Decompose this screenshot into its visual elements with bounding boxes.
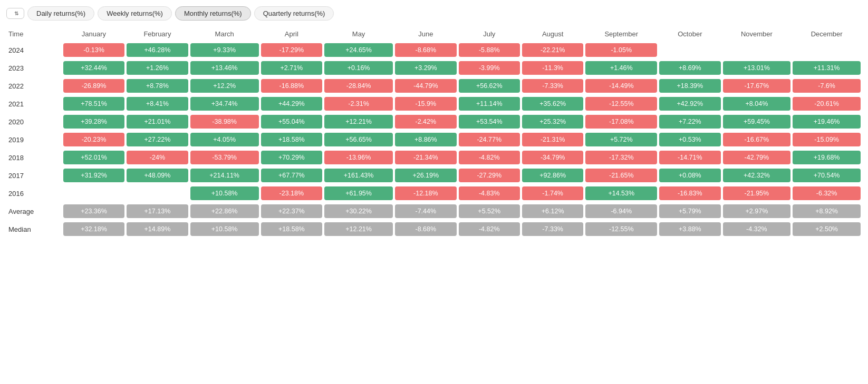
table-cell: -22.21% — [521, 41, 584, 59]
table-cell: +2.50% — [792, 220, 862, 238]
row-year-label: 2019 — [6, 131, 62, 149]
table-cell: -15.9% — [394, 95, 457, 113]
table-cell: -28.84% — [323, 77, 394, 95]
table-cell: +14.89% — [126, 220, 189, 238]
table-cell — [792, 41, 862, 59]
table-cell: -1.05% — [584, 41, 658, 59]
table-cell: +46.28% — [126, 41, 189, 59]
table-cell: -7.33% — [521, 220, 584, 238]
table-cell: +18.39% — [658, 77, 721, 95]
col-header-april: April — [260, 27, 323, 41]
col-header-time: Time — [6, 27, 62, 41]
tab-daily-returns---[interactable]: Daily returns(%) — [27, 6, 94, 21]
table-cell: -12.55% — [584, 220, 658, 238]
table-cell: +3.29% — [394, 59, 457, 77]
table-cell: +34.74% — [189, 95, 260, 113]
tab-monthly-returns---[interactable]: Monthly returns(%) — [175, 6, 251, 21]
table-cell: -14.49% — [584, 77, 658, 95]
col-header-january: January — [62, 27, 126, 41]
table-cell: +22.37% — [260, 202, 323, 220]
table-cell: +55.04% — [260, 113, 323, 131]
table-cell: +1.26% — [126, 59, 189, 77]
table-cell: +12.21% — [323, 220, 394, 238]
table-cell: +61.95% — [323, 184, 394, 202]
table-cell: -21.95% — [722, 184, 792, 202]
table-cell: +78.51% — [62, 95, 126, 113]
table-cell: +70.29% — [260, 149, 323, 166]
table-cell: -3.99% — [458, 59, 521, 77]
returns-table: TimeJanuaryFebruaryMarchAprilMayJuneJuly… — [6, 27, 862, 238]
table-cell: +8.69% — [658, 59, 721, 77]
table-cell: -20.23% — [62, 131, 126, 149]
table-cell: +8.86% — [394, 131, 457, 149]
table-cell: +1.46% — [584, 59, 658, 77]
col-header-december: December — [792, 27, 862, 41]
table-cell: -16.67% — [722, 131, 792, 149]
table-cell — [722, 41, 792, 59]
table-cell: +27.22% — [126, 131, 189, 149]
table-cell: -44.79% — [394, 77, 457, 95]
table-cell: +8.41% — [126, 95, 189, 113]
table-cell: +42.92% — [658, 95, 721, 113]
table-cell: +39.28% — [62, 113, 126, 131]
table-cell: +56.65% — [323, 131, 394, 149]
table-cell: -17.32% — [584, 149, 658, 166]
table-cell: -12.18% — [394, 184, 457, 202]
table-cell: -17.29% — [260, 41, 323, 59]
table-cell: +7.22% — [658, 113, 721, 131]
row-year-label: 2020 — [6, 113, 62, 131]
table-cell: -34.79% — [521, 149, 584, 166]
table-cell: -6.32% — [792, 184, 862, 202]
table-cell: +2.97% — [722, 202, 792, 220]
col-header-may: May — [323, 27, 394, 41]
table-cell: +56.62% — [458, 77, 521, 95]
tabs-container: Daily returns(%)Weekly returns(%)Monthly… — [27, 6, 334, 21]
table-cell: +92.86% — [521, 166, 584, 184]
tab-weekly-returns---[interactable]: Weekly returns(%) — [98, 6, 172, 21]
table-cell: -20.61% — [792, 95, 862, 113]
table-cell: -16.83% — [658, 184, 721, 202]
row-year-label: 2021 — [6, 95, 62, 113]
table-cell: +21.01% — [126, 113, 189, 131]
table-cell: +31.92% — [62, 166, 126, 184]
table-cell: +3.88% — [658, 220, 721, 238]
row-year-label: 2018 — [6, 149, 62, 166]
tab-quarterly-returns---[interactable]: Quarterly returns(%) — [254, 6, 334, 21]
row-year-label: 2023 — [6, 59, 62, 77]
table-cell: -16.88% — [260, 77, 323, 95]
table-cell: +2.71% — [260, 59, 323, 77]
table-cell — [658, 41, 721, 59]
table-cell: +10.58% — [189, 184, 260, 202]
table-cell: -38.98% — [189, 113, 260, 131]
table-cell: +53.54% — [458, 113, 521, 131]
table-cell: +26.19% — [394, 166, 457, 184]
table-cell: +13.46% — [189, 59, 260, 77]
row-year-label: 2022 — [6, 77, 62, 95]
asset-selector[interactable]: ⇅ — [6, 8, 24, 19]
col-header-february: February — [126, 27, 189, 41]
table-cell: +5.79% — [658, 202, 721, 220]
table-cell: +214.11% — [189, 166, 260, 184]
table-cell: -17.67% — [722, 77, 792, 95]
table-cell: -53.79% — [189, 149, 260, 166]
table-cell: +10.58% — [189, 220, 260, 238]
table-cell: -0.13% — [62, 41, 126, 59]
table-cell: +12.21% — [323, 113, 394, 131]
table-cell: +70.54% — [792, 166, 862, 184]
col-header-september: September — [584, 27, 658, 41]
table-cell: +17.13% — [126, 202, 189, 220]
table-cell: +19.46% — [792, 113, 862, 131]
asset-arrows-icon: ⇅ — [14, 11, 18, 16]
table-cell: -2.31% — [323, 95, 394, 113]
table-cell: +23.36% — [62, 202, 126, 220]
table-cell: +19.68% — [792, 149, 862, 166]
row-year-label: Average — [6, 202, 62, 220]
table-cell: +24.65% — [323, 41, 394, 59]
table-cell: +11.31% — [792, 59, 862, 77]
table-cell: -12.55% — [584, 95, 658, 113]
table-cell: +52.01% — [62, 149, 126, 166]
table-cell: -27.29% — [458, 166, 521, 184]
table-cell: +11.14% — [458, 95, 521, 113]
table-cell: -23.18% — [260, 184, 323, 202]
table-cell: -26.89% — [62, 77, 126, 95]
